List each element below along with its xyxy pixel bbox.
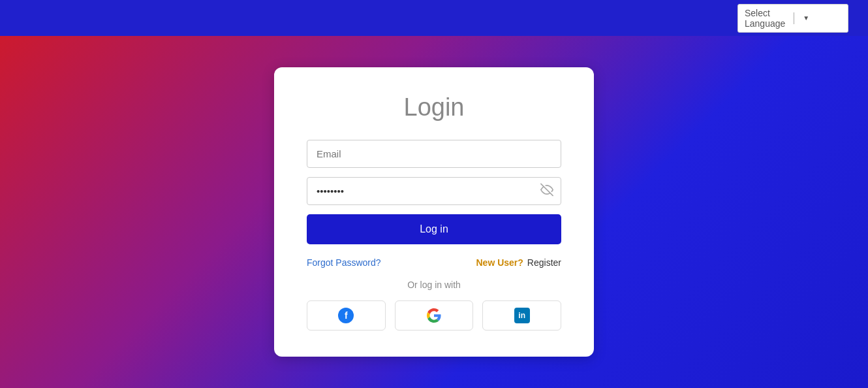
chevron-down-icon: ▼ — [803, 14, 841, 22]
login-title: Login — [307, 93, 561, 121]
register-link[interactable]: Register — [527, 257, 561, 268]
social-buttons: f in — [307, 300, 561, 331]
forgot-password-link[interactable]: Forgot Password? — [307, 257, 381, 268]
links-row: Forgot Password? New User? Register — [307, 257, 561, 268]
main-background: Login Log in Forgot Password? New User? … — [0, 36, 868, 388]
language-selector[interactable]: Select Language ▼ — [737, 4, 848, 33]
google-icon — [426, 308, 442, 323]
email-field[interactable] — [307, 140, 561, 168]
login-card: Login Log in Forgot Password? New User? … — [274, 67, 594, 357]
or-login-with-text: Or log in with — [307, 280, 561, 290]
linkedin-icon: in — [514, 308, 530, 323]
divider — [794, 12, 794, 24]
header-bar: Select Language ▼ — [0, 0, 868, 36]
new-user-label: New User? — [476, 257, 523, 268]
new-user-row: New User? Register — [476, 257, 562, 268]
google-login-button[interactable] — [395, 300, 474, 331]
facebook-login-button[interactable]: f — [307, 300, 386, 331]
password-field[interactable] — [307, 177, 561, 205]
login-button[interactable]: Log in — [307, 214, 561, 244]
linkedin-login-button[interactable]: in — [482, 300, 561, 331]
facebook-icon: f — [338, 308, 354, 323]
language-selector-label: Select Language — [745, 8, 785, 29]
password-wrapper — [307, 177, 561, 205]
toggle-password-icon[interactable] — [540, 183, 553, 199]
